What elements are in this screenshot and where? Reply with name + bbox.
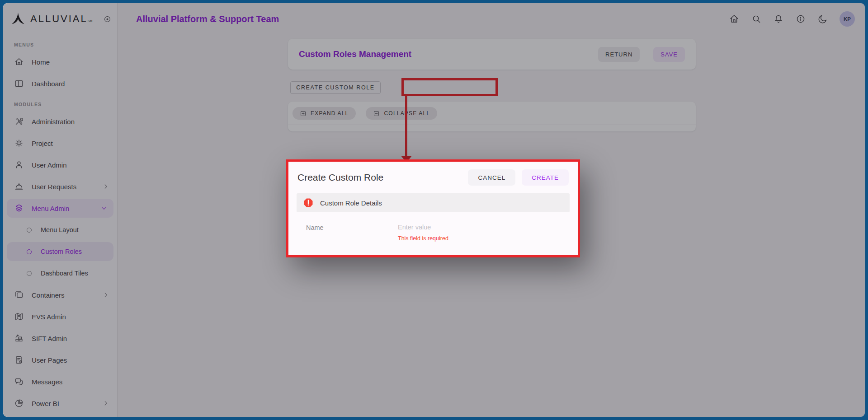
app-window: ALLUVIALSM MENUS Home Dashboard MODULES … bbox=[0, 0, 868, 420]
name-field-error: This field is required bbox=[398, 235, 533, 242]
name-field-label: Name bbox=[306, 223, 398, 242]
dialog-title: Create Custom Role bbox=[297, 172, 468, 183]
create-custom-role-dialog: Create Custom Role CANCEL CREATE Custom … bbox=[288, 162, 578, 255]
name-field-value: This field is required bbox=[398, 223, 533, 242]
cancel-button[interactable]: CANCEL bbox=[468, 169, 515, 186]
custom-role-details-section: Custom Role Details bbox=[297, 193, 570, 212]
create-button[interactable]: CREATE bbox=[522, 169, 569, 186]
name-input[interactable] bbox=[398, 224, 533, 231]
section-title: Custom Role Details bbox=[320, 199, 382, 207]
name-field-row: Name This field is required bbox=[288, 212, 578, 242]
error-octagon-icon bbox=[303, 197, 314, 208]
dialog-header: Create Custom Role CANCEL CREATE bbox=[288, 162, 578, 186]
annotation-box-modal: Create Custom Role CANCEL CREATE Custom … bbox=[286, 159, 580, 257]
